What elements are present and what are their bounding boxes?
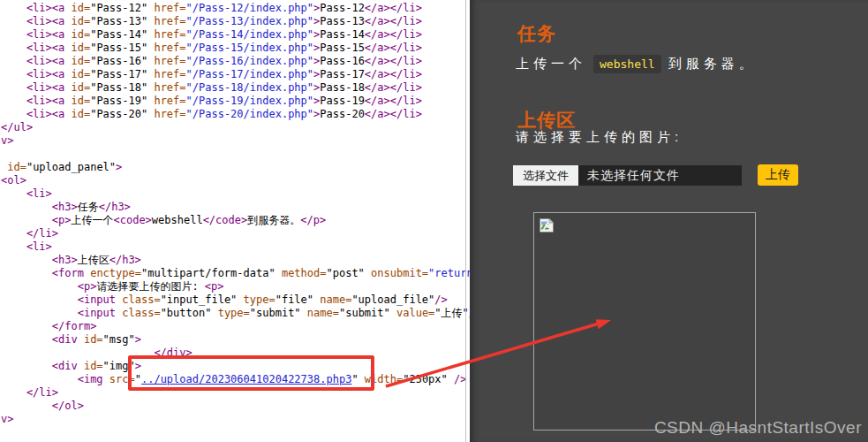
- upload-button[interactable]: 上传: [758, 164, 798, 186]
- choose-file-button[interactable]: 选择文件: [513, 165, 578, 186]
- broken-image-icon: [539, 217, 555, 233]
- choose-file-prompt: 请选择要上传的图片:: [516, 129, 683, 146]
- file-input[interactable]: 选择文件 未选择任何文件: [513, 165, 742, 186]
- task-heading: 任务: [517, 21, 556, 46]
- csdn-watermark: CSDN @HasntStartIsOver: [654, 418, 862, 438]
- task-text-before: 上传一个: [516, 56, 586, 72]
- pane-divider: [465, 0, 466, 442]
- uploaded-file-link[interactable]: ../upload/202306041020422738.php3: [141, 373, 351, 385]
- webshell-code-chip: webshell: [593, 55, 661, 73]
- source-code: <li><a id="Pass-12" href="/Pass-12/index…: [0, 0, 470, 442]
- file-status-text: 未选择任何文件: [578, 168, 680, 184]
- task-text-after: 到服务器。: [668, 56, 757, 72]
- upload-page-panel: 任务 上传一个webshell到服务器。 上传区 请选择要上传的图片: 选择文件…: [470, 0, 868, 442]
- uploaded-image-frame: [533, 212, 756, 431]
- task-paragraph: 上传一个webshell到服务器。: [516, 55, 757, 73]
- source-view-pane: <li><a id="Pass-12" href="/Pass-12/index…: [0, 0, 470, 442]
